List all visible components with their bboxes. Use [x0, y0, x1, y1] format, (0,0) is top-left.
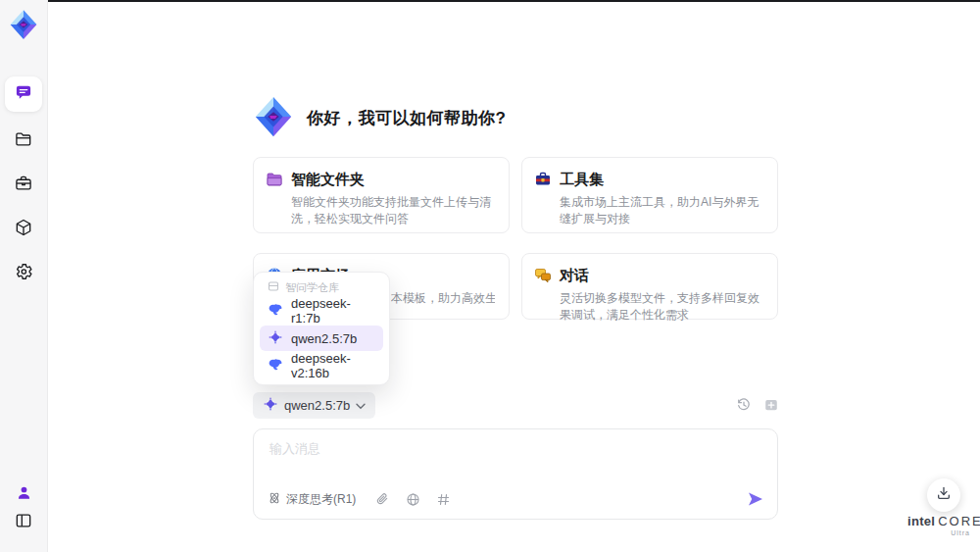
model-dropdown-header: 智问学仓库 — [260, 278, 383, 296]
briefcase-icon — [14, 174, 33, 197]
card-smart-folder[interactable]: 智能文件夹 智能文件夹功能支持批量文件上传与清洗，轻松实现文件问答 — [253, 157, 510, 233]
model-option-deepseek-v2[interactable]: deepseek-v2:16b — [260, 353, 383, 378]
sidebar-item-settings[interactable] — [5, 256, 42, 291]
model-option-label: deepseek-v2:16b — [291, 351, 375, 380]
sidebar — [0, 0, 48, 552]
paperclip-icon[interactable] — [373, 490, 391, 508]
dialog-icon — [534, 267, 552, 284]
sidebar-item-toolbox[interactable] — [5, 168, 42, 203]
conversation-actions — [735, 396, 780, 414]
app-window: 你好，我可以如何帮助你? 智能文件夹 智能文件夹功能支持批量文件上传与清洗，轻松… — [0, 0, 980, 552]
card-dialog[interactable]: 对话 灵活切换多模型文件，支持多样回复效果调试，满足个性化需求 — [521, 253, 778, 320]
model-option-deepseek-r1[interactable]: deepseek-r1:7b — [260, 298, 383, 324]
sidebar-item-panel-toggle[interactable] — [5, 505, 42, 540]
new-chat-icon[interactable] — [762, 396, 780, 414]
user-icon — [15, 483, 33, 506]
intel-wordmark: intel — [907, 514, 935, 528]
composer-toolbar: 深度思考(R1) — [268, 488, 765, 510]
model-option-label: qwen2.5:7b — [291, 331, 357, 346]
sidebar-item-folders[interactable] — [5, 124, 42, 159]
model-selector-label: qwen2.5:7b — [284, 398, 350, 413]
download-fab[interactable] — [927, 478, 960, 512]
chat-icon — [14, 82, 33, 106]
deepseek-icon — [268, 302, 283, 321]
deep-think-label: 深度思考(R1) — [286, 491, 356, 508]
message-composer: 深度思考(R1) — [253, 428, 778, 520]
deep-think-icon — [268, 491, 281, 508]
deepseek-icon — [268, 357, 283, 376]
sidebar-item-chat[interactable] — [5, 76, 42, 112]
cube-icon — [14, 218, 33, 241]
composer-attachment-icons — [373, 490, 452, 508]
toolbox-icon — [534, 171, 552, 188]
card-description-partial: 本模板，助力高效生成多 — [391, 290, 495, 307]
core-wordmark: CORE — [938, 514, 980, 528]
card-title: 对话 — [560, 266, 763, 285]
card-title: 智能文件夹 — [291, 170, 495, 189]
qwen-icon — [263, 396, 278, 415]
gear-icon — [14, 262, 33, 285]
model-dropdown-header-label: 智问学仓库 — [285, 280, 339, 295]
send-button[interactable] — [746, 489, 765, 509]
chevron-down-icon — [356, 398, 366, 413]
qwen-icon — [268, 329, 283, 348]
download-icon — [936, 485, 952, 505]
model-selector[interactable]: qwen2.5:7b — [253, 392, 375, 419]
ultra-wordmark: Ultra — [907, 529, 970, 536]
card-description: 灵活切换多模型文件，支持多样回复效果调试，满足个性化需求 — [560, 290, 763, 324]
card-title: 工具集 — [560, 170, 763, 189]
card-description: 智能文件夹功能支持批量文件上传与清洗，轻松实现文件问答 — [291, 194, 495, 227]
library-icon — [268, 280, 279, 294]
app-logo-icon — [7, 8, 40, 41]
card-description: 集成市场上主流工具，助力AI与外界无缝扩展与对接 — [560, 194, 763, 227]
model-option-label: deepseek-r1:7b — [291, 296, 375, 326]
panel-toggle-icon — [14, 511, 33, 534]
globe-icon[interactable] — [404, 490, 421, 508]
sidebar-item-models[interactable] — [5, 212, 42, 247]
smart-folder-icon — [266, 171, 283, 188]
message-input[interactable] — [268, 438, 761, 486]
model-dropdown-menu: 智问学仓库 deepseek-r1:7b qwen2.5:7b — [253, 272, 390, 385]
page-title: 你好，我可以如何帮助你? — [307, 107, 506, 129]
model-option-qwen[interactable]: qwen2.5:7b — [260, 326, 383, 351]
grid-icon[interactable] — [434, 490, 452, 508]
window-top-edge — [47, 0, 980, 2]
history-icon[interactable] — [735, 396, 753, 414]
deep-think-toggle[interactable]: 深度思考(R1) — [268, 491, 356, 508]
hero-logo-icon — [251, 94, 296, 139]
intel-core-ultra-logo: intelCORE Ultra — [907, 514, 974, 536]
card-toolset[interactable]: 工具集 集成市场上主流工具，助力AI与外界无缝扩展与对接 — [521, 157, 778, 233]
folder-icon — [14, 129, 33, 153]
